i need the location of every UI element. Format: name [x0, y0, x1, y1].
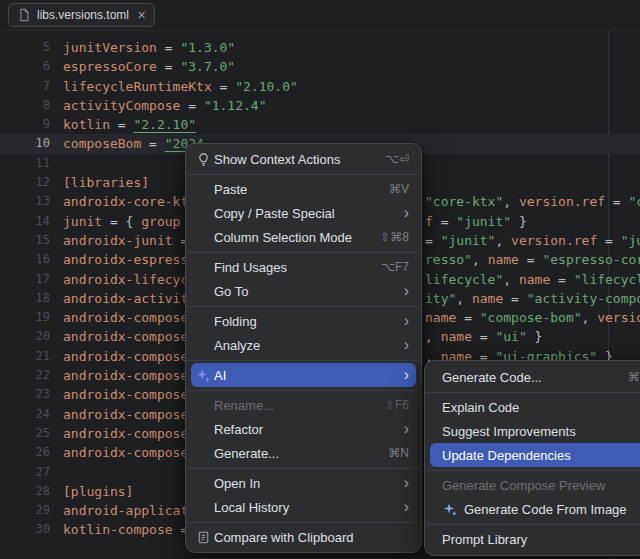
- menu-item-go-to[interactable]: Go To›: [191, 279, 416, 303]
- tab-label: libs.versions.toml: [37, 8, 129, 22]
- line-number: 26: [0, 443, 54, 462]
- compare-icon: [193, 530, 214, 545]
- menu-shortcut: ⇧F6: [385, 398, 409, 412]
- menu-item-label: Copy / Paste Special: [214, 206, 392, 221]
- code-text-right-fragment: "core-ktx", version.ref = "coreKtx" }: [425, 192, 640, 211]
- menu-item-analyze[interactable]: Analyze›: [191, 333, 416, 357]
- line-number: 23: [0, 385, 54, 404]
- code-line-8[interactable]: 8activityCompose = "1.12.4": [0, 96, 640, 115]
- code-line-5[interactable]: 5junitVersion = "1.3.0": [0, 38, 640, 57]
- code-text: [plugins]: [54, 482, 133, 501]
- context-menu: Show Context Actions⌥⏎Paste⌘VCopy / Past…: [185, 143, 422, 553]
- line-number: 19: [0, 308, 54, 327]
- menu-item-update-dependencies[interactable]: Update Dependencies: [430, 443, 640, 467]
- code-text-right-fragment: resso", name = "espresso-core",: [425, 250, 640, 269]
- menu-shortcut: ⇧⌘8: [380, 230, 409, 244]
- submenu-arrow-icon: ›: [404, 475, 409, 491]
- ai-submenu: Generate Code...⌘\Explain CodeSuggest Im…: [424, 360, 640, 556]
- tab-close-icon[interactable]: ✕: [137, 10, 146, 21]
- code-text-right-fragment: , name = "ui" }: [425, 327, 542, 346]
- menu-item-label: Explain Code: [442, 400, 640, 415]
- code-text-right-fragment: ity", name = "activity-compose" }: [425, 289, 640, 308]
- menu-item-label: Show Context Actions: [214, 152, 373, 167]
- code-text-right-fragment: = "junit", version.ref = "junitVersion" …: [425, 231, 640, 250]
- menu-item-generate[interactable]: Generate...⌘N: [191, 441, 416, 465]
- ai-image-sparkle-icon: [442, 502, 458, 517]
- app-window: libs.versions.toml ✕ 5junitVersion = "1.…: [0, 0, 640, 559]
- line-number: 11: [0, 154, 54, 173]
- menu-separator: [187, 390, 420, 391]
- menu-item-local-history[interactable]: Local History›: [191, 495, 416, 519]
- line-number: 15: [0, 231, 54, 250]
- menu-item-label: Generate...: [214, 446, 376, 461]
- code-text: junitVersion = "1.3.0": [54, 38, 235, 57]
- line-number: 13: [0, 192, 54, 211]
- menu-item-find-usages[interactable]: Find Usages⌥F7: [191, 255, 416, 279]
- menu-item-suggest-improvements[interactable]: Suggest Improvements: [430, 419, 640, 443]
- menu-item-label: Go To: [214, 284, 392, 299]
- menu-item-compare-with-clipboard[interactable]: Compare with Clipboard: [191, 525, 416, 549]
- tab-libs-versions-toml[interactable]: libs.versions.toml ✕: [8, 3, 155, 27]
- menu-item-generate-code-from-image[interactable]: Generate Code From Image: [430, 497, 640, 521]
- menu-item-label: Refactor: [214, 422, 392, 437]
- menu-shortcut: ⌘V: [389, 182, 409, 196]
- line-number: 17: [0, 270, 54, 289]
- menu-item-rename: Rename...⇧F6: [191, 393, 416, 417]
- submenu-arrow-icon: ›: [404, 283, 409, 299]
- code-text: junit = { group =: [54, 212, 204, 231]
- menu-item-explain-code[interactable]: Explain Code: [430, 395, 640, 419]
- line-number: 14: [0, 212, 54, 231]
- menu-shortcut: ⌥F7: [381, 260, 409, 274]
- menu-item-open-in[interactable]: Open In›: [191, 471, 416, 495]
- code-text: activityCompose = "1.12.4": [54, 96, 267, 115]
- code-text: [54, 463, 63, 482]
- code-text: [libraries]: [54, 173, 149, 192]
- menu-separator: [187, 360, 420, 361]
- toml-file-icon: [17, 8, 31, 22]
- code-text: [54, 154, 63, 173]
- menu-item-prompt-library[interactable]: Prompt Library: [430, 527, 640, 551]
- menu-item-label: Rename...: [214, 398, 373, 413]
- menu-item-generate-code[interactable]: Generate Code...⌘\: [430, 365, 640, 389]
- line-number: 7: [0, 77, 54, 96]
- submenu-arrow-icon: ›: [404, 421, 409, 437]
- menu-item-label: Folding: [214, 314, 392, 329]
- menu-item-ai[interactable]: AI›: [191, 363, 416, 387]
- code-text: espressoCore = "3.7.0": [54, 57, 235, 76]
- menu-item-folding[interactable]: Folding›: [191, 309, 416, 333]
- line-number: 18: [0, 289, 54, 308]
- submenu-arrow-icon: ›: [404, 313, 409, 329]
- menu-item-label: Analyze: [214, 338, 392, 353]
- lightbulb-icon: [193, 152, 214, 167]
- menu-item-paste[interactable]: Paste⌘V: [191, 177, 416, 201]
- menu-item-label: Generate Code...: [442, 370, 616, 385]
- code-text: lifecycleRuntimeKtx = "2.10.0": [54, 77, 298, 96]
- submenu-arrow-icon: ›: [404, 337, 409, 353]
- line-number: 29: [0, 501, 54, 520]
- code-text: kotlin = "2.2.10": [54, 115, 196, 134]
- menu-item-label: Generate Code From Image: [464, 502, 640, 517]
- line-number: 24: [0, 405, 54, 424]
- menu-separator: [426, 470, 640, 471]
- menu-item-label: Update Dependencies: [442, 448, 640, 463]
- code-line-6[interactable]: 6espressoCore = "3.7.0": [0, 57, 640, 76]
- menu-shortcut: ⌥⏎: [385, 152, 409, 166]
- line-number: 20: [0, 327, 54, 346]
- menu-separator: [187, 306, 420, 307]
- menu-item-copy-paste-special[interactable]: Copy / Paste Special›: [191, 201, 416, 225]
- line-number: 5: [0, 38, 54, 57]
- code-text-right-fragment: lifecycle", name = "lifecycle-runtime-kt…: [425, 270, 640, 289]
- line-number: 10: [0, 134, 54, 153]
- code-line-9[interactable]: 9kotlin = "2.2.10": [0, 115, 640, 134]
- line-number: 25: [0, 424, 54, 443]
- menu-separator: [187, 174, 420, 175]
- code-text-right-fragment: name = "compose-bom", version.ref =: [425, 308, 640, 327]
- code-line-7[interactable]: 7lifecycleRuntimeKtx = "2.10.0": [0, 77, 640, 96]
- code-text-right-fragment: f = "junit" }: [425, 212, 527, 231]
- menu-item-refactor[interactable]: Refactor›: [191, 417, 416, 441]
- menu-item-column-selection-mode[interactable]: Column Selection Mode⇧⌘8: [191, 225, 416, 249]
- menu-item-show-context-actions[interactable]: Show Context Actions⌥⏎: [191, 147, 416, 171]
- menu-separator: [426, 392, 640, 393]
- menu-item-label: Generate Compose Preview: [442, 478, 640, 493]
- menu-item-label: AI: [214, 368, 392, 383]
